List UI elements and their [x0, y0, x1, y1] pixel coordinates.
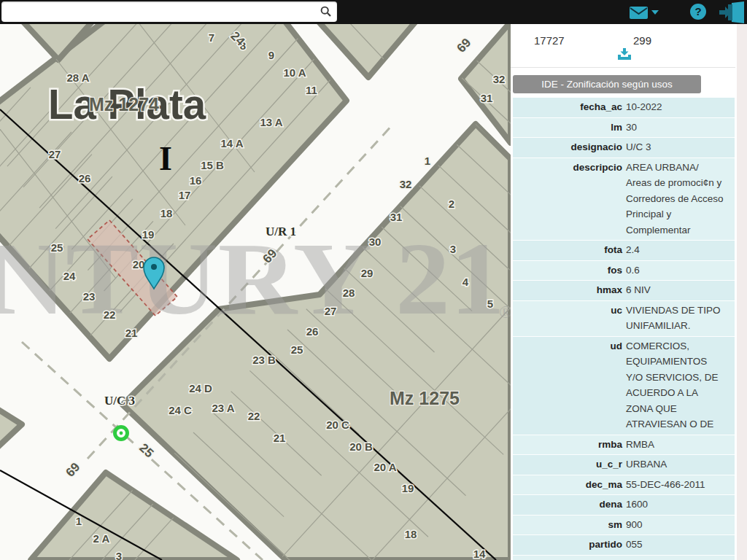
app-window: ? — [0, 0, 747, 560]
parcel-label: 14 — [473, 548, 486, 560]
attr-row: sm900 — [513, 516, 735, 536]
attribute-panel: 17727 299 IDE - Zonificación según usos … — [511, 24, 737, 560]
parcel-label: 28 A — [66, 71, 89, 84]
messages-icon[interactable] — [629, 5, 659, 20]
attr-value: 0.6 — [626, 262, 735, 279]
parcel-label: 7 — [209, 31, 214, 44]
attr-value: COMERCIAL — [626, 557, 735, 560]
parcel-label: 24 — [63, 270, 76, 282]
attr-label: rmba — [513, 437, 626, 453]
download-icon[interactable] — [617, 48, 632, 61]
parcel-label: 14 A — [220, 137, 243, 149]
attr-row: u_c_rURBANA — [513, 455, 735, 475]
attr-value: RMBA — [626, 437, 735, 453]
attr-value: 10-2022 — [626, 99, 735, 115]
attr-row: hmax6 NIV — [513, 281, 735, 301]
parcel-label: 27 — [325, 305, 337, 317]
parcel-label: 25 — [51, 241, 63, 254]
attr-label: u_c_r — [513, 456, 626, 472]
parcel-label: 20 A — [374, 461, 396, 473]
attr-row: fecha_ac10-2022 — [513, 98, 735, 118]
attr-label: dec_ma — [513, 477, 626, 493]
help-icon[interactable]: ? — [689, 2, 708, 21]
parcel-label: 20 C — [326, 419, 349, 431]
parcel-label: 21 — [274, 432, 286, 444]
attr-row: lm30 — [513, 118, 735, 139]
parcel-label: 17 — [179, 189, 191, 201]
attr-value: 30 — [626, 120, 735, 136]
parcel-label: 3 — [116, 550, 122, 560]
parcel-label: 20 B — [349, 440, 373, 453]
parcel-label: 1 — [76, 515, 82, 527]
parcel-label: 32 — [400, 178, 412, 190]
search-box — [1, 1, 337, 22]
parcel-label: 3 — [450, 243, 456, 255]
attr-value: AREA URBANA/ Areas de promoci¢n y Corred… — [626, 160, 735, 238]
parcel-label: 24 D — [189, 382, 212, 394]
attr-label: ud — [513, 338, 626, 432]
parcel-label: 31 — [481, 92, 493, 104]
attr-label: descripcio — [513, 160, 626, 238]
logout-icon[interactable] — [718, 1, 746, 23]
attr-row: udCOMERCIOS, EQUIPAMIENTOS Y/O SERVICIOS… — [513, 337, 735, 435]
geocode-marker[interactable] — [115, 427, 128, 440]
parcel-label: 13 A — [260, 116, 282, 128]
attr-row: fos0.6 — [513, 261, 735, 281]
attr-row: dec_ma55-DEC-466-2011 — [513, 475, 735, 496]
attribute-table: fecha_ac10-2022lm30designacioU/C 3descri… — [513, 98, 735, 560]
zone-label: U/C 3 — [104, 394, 135, 408]
attr-value: 900 — [626, 517, 735, 533]
parcel-label: 16 — [190, 174, 202, 187]
parcel-label: 2 A — [93, 532, 110, 545]
search-icon[interactable] — [320, 6, 332, 18]
attr-label: uc — [513, 303, 626, 334]
attr-row: zonasCOMERCIAL — [513, 556, 735, 560]
map-canvas[interactable]: NTURY 21 ® La Plata 28 A2726252423222178… — [0, 24, 511, 560]
parcel-label: 26 — [79, 172, 91, 184]
parcel-label: I — [159, 140, 172, 177]
attr-value: 1600 — [626, 497, 735, 513]
search-input[interactable] — [7, 4, 312, 21]
registered-mark: ® — [499, 303, 511, 322]
parcel-label: 23 A — [212, 402, 234, 414]
parcel-label: 20 — [133, 258, 145, 271]
parcel-label: 15 B — [201, 159, 224, 171]
attr-label: partido — [513, 537, 626, 553]
attr-row: designacioU/C 3 — [513, 138, 735, 158]
parcel-label: 10 A — [283, 66, 306, 79]
attr-value: 2.4 — [626, 242, 735, 258]
parcel-label: 23 B — [252, 354, 276, 366]
attr-label: dena — [513, 497, 626, 513]
attr-label: sm — [513, 517, 626, 533]
attr-row: ucVIVIENDAS DE TIPO UNIFAMILIAR. — [513, 301, 735, 337]
parcel-label: Mz 1274 — [89, 94, 159, 114]
parcel-label: 5 — [487, 298, 493, 310]
attr-label: designacio — [513, 139, 626, 155]
attr-row: partido055 — [513, 535, 735, 556]
attr-value: 55-DEC-466-2011 — [626, 477, 735, 493]
attr-row: dena1600 — [513, 495, 735, 516]
parcel-label: 32 — [493, 73, 506, 85]
section-header: IDE - Zonificación según usos — [513, 75, 701, 93]
parcel-label: Mz 1275 — [390, 388, 460, 408]
scrollbar-track[interactable] — [737, 24, 747, 560]
attr-label: hmax — [513, 282, 626, 298]
attr-value: VIVIENDAS DE TIPO UNIFAMILIAR. — [626, 303, 735, 334]
parcel-label: 11 — [306, 84, 317, 96]
attr-value: 055 — [626, 537, 735, 553]
attr-row: rmbaRMBA — [513, 435, 735, 456]
parcel-label: 28 — [343, 287, 355, 299]
attr-value: URBANA — [626, 456, 735, 472]
attr-label: fos — [513, 262, 626, 279]
attr-value: U/C 3 — [626, 139, 735, 155]
parcel-label: 2 — [449, 198, 454, 210]
parcel-label: 27 — [49, 148, 61, 160]
parcel-label: 4 — [462, 276, 469, 288]
parcel-label: 18 — [405, 528, 417, 540]
parcel-label: 22 — [104, 308, 116, 321]
parcel-label: 25 — [291, 343, 303, 356]
stat-left: 17727 — [534, 34, 565, 47]
parcel-label: 18 — [160, 207, 173, 219]
attr-label: zonas — [513, 557, 626, 560]
parcel-label: 22 — [248, 410, 260, 422]
